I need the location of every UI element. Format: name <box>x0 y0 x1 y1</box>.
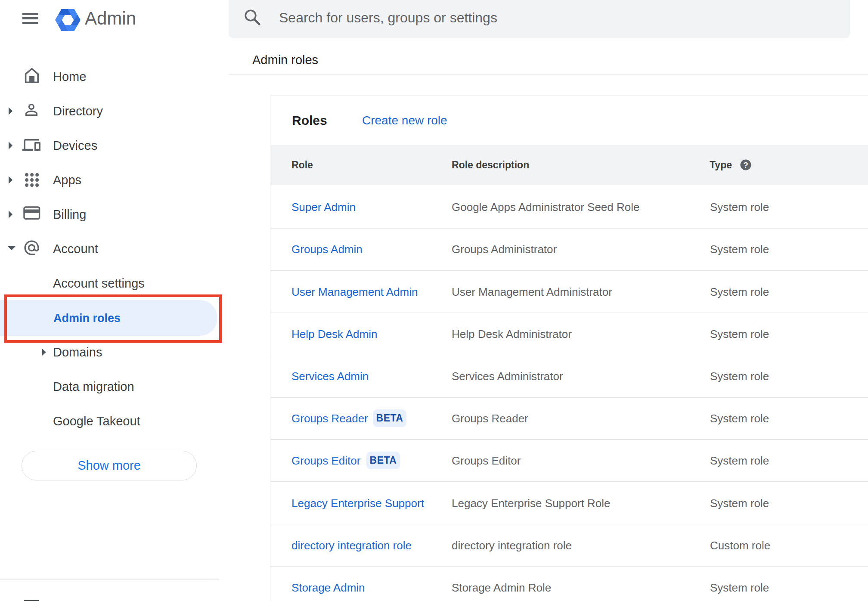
svg-text:?: ? <box>743 161 748 170</box>
